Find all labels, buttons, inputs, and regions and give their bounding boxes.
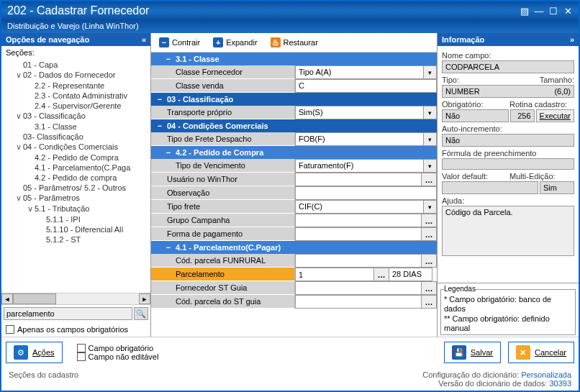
tree-node[interactable]: 2.2 - Representante: [3, 81, 149, 91]
val-formula: [442, 158, 574, 170]
tree-node[interactable]: 01 - Capa: [3, 60, 149, 70]
tree-node[interactable]: ∨5.1 - Tributação: [3, 204, 149, 214]
group-4-1[interactable]: −4.1 - Parcelamento(C.Pagar): [151, 241, 437, 254]
edit-icon[interactable]: ▨: [520, 6, 530, 16]
only-required-row[interactable]: Apenas os campos obrigatórios: [1, 322, 150, 337]
val-grupo-camp[interactable]: [295, 214, 422, 227]
val-classe-venda[interactable]: C: [295, 79, 437, 93]
tree-node[interactable]: ∨04 - Condições Comerciais: [3, 142, 149, 152]
val-tipo: NUMBER: [445, 87, 480, 96]
legend-title: Legendas: [444, 285, 476, 293]
val-forma-pag[interactable]: [295, 227, 422, 241]
tree-node[interactable]: 3.1 - Classe: [3, 122, 149, 132]
tree-node[interactable]: 4.2 - Pedido de compra: [3, 173, 149, 183]
lbl-tamanho: Tamanho:: [509, 76, 574, 84]
group-4-2[interactable]: −4.2 - Pedido de Compra: [151, 146, 437, 159]
tree-node[interactable]: ∨03 - Classificação: [3, 111, 149, 122]
search-bar: 🔍: [1, 304, 150, 322]
executar-button[interactable]: Executar: [536, 109, 574, 122]
restore-button[interactable]: ♨Restaurar: [266, 35, 323, 50]
val-classe-fornecedor[interactable]: Tipo A(A): [295, 65, 424, 79]
maximize-icon[interactable]: ☐: [548, 6, 558, 16]
ellipsis-button[interactable]: …: [421, 227, 437, 241]
group-3-1[interactable]: −3.1 - Classe: [151, 53, 437, 65]
ellipsis-button[interactable]: …: [421, 214, 437, 227]
val-autoinc: Não: [442, 134, 574, 147]
tree-node[interactable]: ∨02 - Dados do Fornecedor: [3, 70, 149, 81]
collapse-right-icon[interactable]: »: [570, 35, 574, 44]
ellipsis-button[interactable]: …: [421, 281, 437, 295]
tree-node[interactable]: 5.1.2 - ST: [3, 234, 149, 245]
chevron-down-icon[interactable]: ▾: [424, 106, 437, 119]
group-04[interactable]: −04 - Condições Comerciais: [151, 119, 437, 132]
status-right: Configuração do dicionário: Personalizad…: [422, 370, 571, 388]
ellipsis-button[interactable]: …: [421, 254, 437, 268]
val-cod-st-guia[interactable]: [295, 295, 422, 309]
val-cod-funrural[interactable]: [295, 254, 422, 268]
tree-node[interactable]: 4.1 - Parcelamento(C.Paga: [3, 163, 149, 173]
val-parcelamento[interactable]: [295, 268, 374, 281]
search-button[interactable]: 🔍: [134, 307, 148, 320]
val-transporte-proprio[interactable]: Sim(S): [295, 106, 424, 119]
tree-node[interactable]: ∨05 - Parâmetros: [3, 193, 149, 204]
left-panel: Opções de navegação « Seções: 01 - Capa∨…: [1, 33, 151, 337]
val-usuario[interactable]: [295, 173, 422, 186]
ellipsis-button[interactable]: …: [421, 295, 437, 309]
only-required-label: Apenas os campos obrigatórios: [17, 325, 128, 334]
extra-parcelamento: 28 DIAS: [389, 268, 432, 281]
row-cod-st-guia: Cód. parcela do ST guia…: [151, 295, 437, 309]
collapse-button[interactable]: −Contrair: [154, 35, 205, 50]
actions-button[interactable]: ⚙Ações: [6, 342, 63, 363]
ellipsis-button[interactable]: …: [421, 173, 437, 186]
val-ajuda: Código da Parcela.: [442, 206, 574, 256]
status-config: Personalizada: [521, 370, 571, 379]
status-left: Seções do cadastro: [9, 370, 78, 388]
tree-node[interactable]: 2.4 - Supervisor/Gerente: [3, 101, 149, 111]
bottom-bar: ⚙Ações Campo obrigatório Campo não editá…: [1, 337, 579, 368]
minimize-icon[interactable]: —: [534, 6, 544, 16]
search-input[interactable]: [4, 307, 132, 320]
tree-node[interactable]: 4.2 - Pedido de Compra: [3, 152, 149, 163]
val-tipo-venc[interactable]: Faturamento(F): [295, 159, 424, 173]
gear-icon: ⚙: [14, 345, 28, 360]
expand-button[interactable]: +Expandir: [208, 35, 262, 50]
tree-node[interactable]: 2.3 - Contato Administrativ: [3, 91, 149, 101]
close-icon[interactable]: ✕: [563, 6, 573, 16]
collapse-left-icon[interactable]: «: [142, 35, 146, 44]
tree-node[interactable]: 05 - Parâmetros/ 5.2 - Outros: [3, 183, 149, 193]
val-valdef: [442, 181, 538, 194]
window-controls: ▨ — ☐ ✕: [520, 6, 573, 16]
only-required-checkbox[interactable]: [6, 325, 14, 334]
lbl-formula: Fórmula de preenchimento: [442, 149, 574, 158]
tree-node[interactable]: 5.1.10 - Diferencial Alí: [3, 224, 149, 234]
tree-node[interactable]: 03- Classificação: [3, 132, 149, 142]
cancel-button[interactable]: ✕Cancelar: [508, 342, 574, 363]
row-classe-venda: Classe vendaC: [151, 79, 437, 93]
ellipsis-button[interactable]: …: [373, 268, 389, 281]
tree-node[interactable]: 5.1.1 - IPI: [3, 214, 149, 224]
val-obs[interactable]: [295, 186, 437, 200]
val-tipo-frete-desp[interactable]: FOB(F): [295, 132, 424, 146]
scroll-thumb[interactable]: [13, 293, 56, 304]
scroll-left-icon[interactable]: ◄: [1, 293, 13, 304]
val-fornec-st[interactable]: [295, 281, 422, 295]
val-tipo-frete[interactable]: CIF(C): [295, 200, 424, 214]
chevron-down-icon[interactable]: ▾: [424, 200, 437, 214]
tree-h-scroll[interactable]: ◄ ►: [1, 293, 150, 304]
scroll-right-icon[interactable]: ►: [139, 293, 150, 304]
chevron-down-icon[interactable]: ▾: [424, 132, 437, 146]
field-grid[interactable]: −3.1 - Classe Classe FornecedorTipo A(A)…: [151, 53, 437, 337]
chevron-down-icon[interactable]: ▾: [424, 159, 437, 173]
legend-line-1: * Campo obrigatório: banco de dados: [444, 295, 572, 314]
save-button[interactable]: 💾Salvar: [444, 342, 501, 363]
info-header: Informação »: [438, 33, 579, 46]
sections-label: Seções:: [1, 46, 150, 57]
chevron-down-icon[interactable]: ▾: [424, 65, 437, 79]
app-window: 202 - Cadastrar Fornecedor ▨ — ☐ ✕ Distr…: [0, 0, 580, 392]
search-icon: 🔍: [136, 309, 146, 319]
lbl-rotina: Rotina cadastro:: [509, 100, 574, 109]
val-tamanho: (6,0): [554, 87, 571, 96]
group-03[interactable]: −03 - Classificação: [151, 93, 437, 106]
row-tipo-frete-desp: Tipo de Frete DespachoFOB(F)▾: [151, 132, 437, 146]
section-tree[interactable]: 01 - Capa∨02 - Dados do Fornecedor2.2 - …: [1, 57, 150, 293]
